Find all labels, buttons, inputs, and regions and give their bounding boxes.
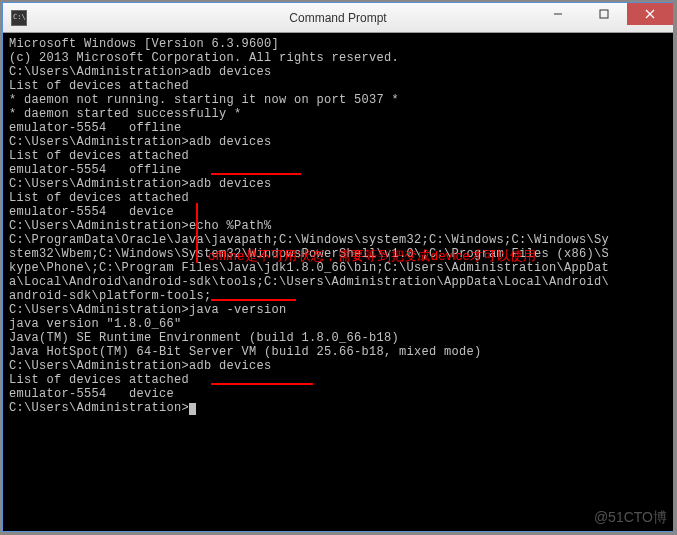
prompt-line: C:\Users\Administration>echo %Path% — [9, 219, 667, 233]
terminal-body[interactable]: Microsoft Windows [Version 6.3.9600] (c)… — [3, 33, 673, 419]
output-line: (c) 2013 Microsoft Corporation. All righ… — [9, 51, 667, 65]
window-buttons — [535, 3, 673, 32]
output-line: * daemon not running. starting it now on… — [9, 93, 667, 107]
red-underline-3 — [211, 383, 313, 385]
prompt-line: C:\Users\Administration>adb devices — [9, 359, 667, 373]
output-line: a\Local\Android\android-sdk\tools;C:\Use… — [9, 275, 667, 289]
output-line: kype\Phone\;C:\Program Files\Java\jdk1.8… — [9, 261, 667, 275]
window-title: Command Prompt — [289, 11, 386, 25]
output-line: * daemon started successfully * — [9, 107, 667, 121]
output-line: List of devices attached — [9, 191, 667, 205]
output-line: List of devices attached — [9, 373, 667, 387]
output-line: List of devices attached — [9, 79, 667, 93]
output-line: C:\ProgramData\Oracle\Java\javapath;C:\W… — [9, 233, 667, 247]
watermark: @51CTO博 — [594, 509, 667, 527]
prompt-line: C:\Users\Administration>adb devices — [9, 177, 667, 191]
maximize-icon — [599, 9, 609, 19]
output-line: Java HotSpot(TM) 64-Bit Server VM (build… — [9, 345, 667, 359]
maximize-button[interactable] — [581, 3, 627, 25]
output-line: android-sdk\platform-tools; — [9, 289, 667, 303]
red-vertical-line — [196, 203, 198, 263]
cursor — [189, 403, 196, 415]
red-underline-1 — [211, 173, 301, 175]
prompt-line: C:\Users\Administration>adb devices — [9, 65, 667, 79]
prompt-line: C:\Users\Administration>java -version — [9, 303, 667, 317]
minimize-icon — [553, 9, 563, 19]
output-line: java version "1.8.0_66" — [9, 317, 667, 331]
output-line: emulator-5554 offline — [9, 121, 667, 135]
svg-rect-1 — [600, 10, 608, 18]
output-line: Microsoft Windows [Version 6.3.9600] — [9, 37, 667, 51]
close-icon — [645, 9, 655, 19]
close-button[interactable] — [627, 3, 673, 25]
prompt-line: C:\Users\Administration>adb devices — [9, 135, 667, 149]
output-line: List of devices attached — [9, 149, 667, 163]
output-line: emulator-5554 offline — [9, 163, 667, 177]
prompt-line: C:\Users\Administration> — [9, 401, 667, 415]
cmd-icon — [11, 10, 27, 26]
prompt-text: C:\Users\Administration> — [9, 401, 189, 415]
command-prompt-window: Command Prompt Microsoft Windows [Versio… — [2, 2, 674, 532]
red-underline-2 — [211, 299, 296, 301]
annotation-text: offline是不可用状态，需要等到把变成device才可以使用 — [208, 249, 537, 263]
output-line: emulator-5554 device — [9, 205, 667, 219]
output-line: emulator-5554 device — [9, 387, 667, 401]
output-line: Java(TM) SE Runtime Environment (build 1… — [9, 331, 667, 345]
minimize-button[interactable] — [535, 3, 581, 25]
titlebar[interactable]: Command Prompt — [3, 3, 673, 33]
